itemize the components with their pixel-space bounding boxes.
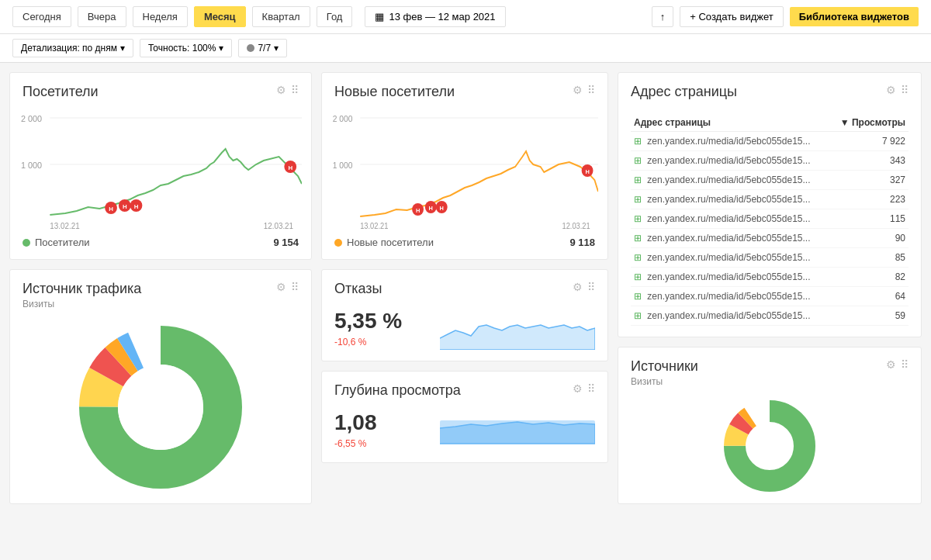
period-quarter[interactable]: Квартал (252, 6, 310, 27)
sources-title: Источники (631, 358, 698, 374)
depth-metric-row: 1,08 -6,55 % (334, 405, 595, 451)
chevron-down-icon: ▾ (120, 43, 125, 54)
sources-header: Источники Визиты ⚙ ⠿ (631, 358, 909, 387)
new-visitors-legend: Новые посетители 9 118 (334, 237, 595, 248)
svg-text:Н: Н (585, 168, 590, 175)
expand-icon[interactable]: ⊞ (634, 136, 642, 147)
expand-icon[interactable]: ⊞ (634, 194, 642, 205)
svg-text:12.03.21: 12.03.21 (264, 222, 294, 230)
new-visitors-legend-dot (334, 239, 342, 247)
count-dropdown[interactable]: 7/7 ▾ (238, 39, 287, 57)
visitors-actions: ⚙ ⠿ (276, 84, 299, 96)
traffic-actions: ⚙ ⠿ (276, 281, 299, 293)
sources-grid-icon[interactable]: ⠿ (901, 358, 909, 371)
address-header: Адрес страницы ⚙ ⠿ (631, 84, 909, 108)
url-text: zen.yandex.ru/media/id/5ebc055de15... (647, 291, 810, 302)
bounce-gear-icon[interactable]: ⚙ (573, 281, 583, 293)
date-range-picker[interactable]: ▦ 13 фев — 12 мар 2021 (365, 6, 505, 27)
expand-icon[interactable]: ⊞ (634, 271, 642, 282)
traffic-grid-icon[interactable]: ⠿ (291, 281, 299, 293)
new-visitors-widget: Новые посетители ⚙ ⠿ 2 000 1 000 (321, 72, 608, 260)
expand-icon[interactable]: ⊞ (634, 155, 642, 166)
views-cell: 115 (830, 209, 909, 229)
new-visitors-grid-icon[interactable]: ⠿ (587, 84, 595, 96)
svg-point-39 (746, 423, 793, 469)
address-page-widget: Адрес страницы ⚙ ⠿ Адрес страницы ▼ Прос… (618, 72, 922, 337)
address-cell: ⊞ zen.yandex.ru/media/id/5ebc055de15... (631, 190, 830, 209)
views-cell: 82 (830, 268, 909, 287)
svg-text:Н: Н (416, 206, 421, 213)
views-cell: 7 922 (830, 132, 909, 151)
create-widget-button[interactable]: + Создать виджет (680, 6, 783, 27)
table-row: ⊞ zen.yandex.ru/media/id/5ebc055de15... … (631, 209, 909, 229)
svg-text:12.03.21: 12.03.21 (562, 222, 590, 230)
svg-text:1 000: 1 000 (21, 161, 42, 170)
new-visitors-legend-value: 9 118 (569, 237, 595, 248)
table-row: ⊞ zen.yandex.ru/media/id/5ebc055de15... … (631, 132, 909, 151)
url-text: zen.yandex.ru/media/id/5ebc055de15... (647, 155, 810, 166)
depth-mini-chart (440, 405, 595, 451)
address-cell: ⊞ zen.yandex.ru/media/id/5ebc055de15... (631, 171, 830, 190)
expand-icon[interactable]: ⊞ (634, 252, 642, 263)
calendar-icon: ▦ (375, 11, 384, 22)
bounce-title: Отказы (334, 281, 382, 297)
traffic-gear-icon[interactable]: ⚙ (276, 281, 286, 293)
period-yesterday[interactable]: Вчера (78, 6, 126, 27)
bounce-mini-chart (440, 303, 595, 350)
visitors-grid-icon[interactable]: ⠿ (291, 84, 299, 96)
period-week[interactable]: Неделя (133, 6, 188, 27)
date-range-label: 13 фев — 12 мар 2021 (389, 11, 495, 22)
right-column: Адрес страницы ⚙ ⠿ Адрес страницы ▼ Прос… (618, 72, 922, 504)
new-visitors-gear-icon[interactable]: ⚙ (573, 84, 583, 96)
address-grid-icon[interactable]: ⠿ (901, 84, 909, 96)
new-visitors-legend-item: Новые посетители (334, 237, 434, 248)
expand-icon[interactable]: ⊞ (634, 213, 642, 224)
chevron-down-icon3: ▾ (274, 43, 279, 54)
address-gear-icon[interactable]: ⚙ (886, 84, 896, 96)
bounce-grid-icon[interactable]: ⠿ (587, 281, 595, 293)
count-dot (247, 44, 254, 52)
table-row: ⊞ zen.yandex.ru/media/id/5ebc055de15... … (631, 229, 909, 248)
upload-button[interactable]: ↑ (652, 6, 674, 27)
address-cell: ⊞ zen.yandex.ru/media/id/5ebc055de15... (631, 306, 830, 326)
url-text: zen.yandex.ru/media/id/5ebc055de15... (647, 194, 810, 205)
depth-grid-icon[interactable]: ⠿ (587, 382, 595, 395)
period-today[interactable]: Сегодня (12, 6, 71, 27)
svg-text:2 000: 2 000 (333, 114, 353, 123)
table-row: ⊞ zen.yandex.ru/media/id/5ebc055de15... … (631, 248, 909, 268)
svg-text:Н: Н (109, 205, 113, 212)
traffic-source-widget: Источник трафика Визиты ⚙ ⠿ (9, 269, 312, 504)
address-cell: ⊞ zen.yandex.ru/media/id/5ebc055de15... (631, 209, 830, 229)
visitors-gear-icon[interactable]: ⚙ (276, 84, 286, 96)
library-button[interactable]: Библиотека виджетов (790, 7, 919, 26)
expand-icon[interactable]: ⊞ (634, 233, 642, 244)
visitors-legend-value: 9 154 (273, 237, 299, 248)
visitors-title: Посетители (22, 84, 99, 100)
visitors-legend-item: Посетители (22, 237, 90, 248)
period-month[interactable]: Месяц (194, 6, 246, 27)
bounce-actions: ⚙ ⠿ (573, 281, 595, 293)
new-visitors-title: Новые посетители (334, 84, 455, 100)
svg-text:2 000: 2 000 (21, 114, 42, 123)
expand-icon[interactable]: ⊞ (634, 175, 642, 185)
visitors-header: Посетители ⚙ ⠿ (22, 84, 299, 100)
sources-gear-icon[interactable]: ⚙ (886, 358, 896, 371)
visitors-chart: 2 000 1 000 Н Н (19, 106, 302, 230)
depth-metric-left: 1,08 -6,55 % (334, 407, 440, 449)
period-year[interactable]: Год (317, 6, 353, 27)
depth-gear-icon[interactable]: ⚙ (573, 382, 583, 395)
secondary-toolbar: Детализация: по дням ▾ Точность: 100% ▾ … (0, 34, 931, 63)
expand-icon[interactable]: ⊞ (634, 310, 642, 321)
views-cell: 85 (830, 248, 909, 268)
traffic-donut-chart (22, 322, 299, 493)
table-row: ⊞ zen.yandex.ru/media/id/5ebc055de15... … (631, 306, 909, 326)
svg-text:1 000: 1 000 (333, 161, 353, 170)
expand-icon[interactable]: ⊞ (634, 291, 642, 302)
depth-actions: ⚙ ⠿ (573, 382, 595, 395)
svg-text:13.02.21: 13.02.21 (50, 222, 80, 230)
visitors-legend: Посетители 9 154 (22, 237, 299, 248)
address-title: Адрес страницы (631, 84, 737, 100)
detail-dropdown[interactable]: Детализация: по дням ▾ (12, 39, 133, 57)
bounce-metric-left: 5,35 % -10,6 % (334, 306, 440, 347)
accuracy-dropdown[interactable]: Точность: 100% ▾ (140, 39, 232, 57)
